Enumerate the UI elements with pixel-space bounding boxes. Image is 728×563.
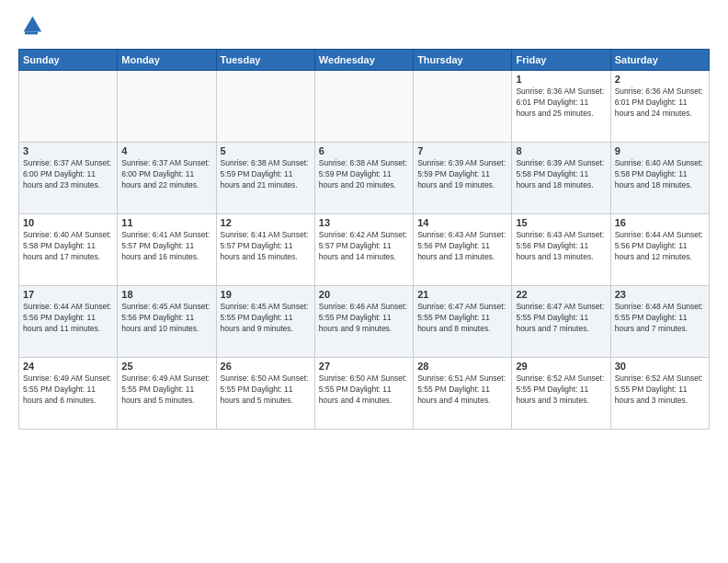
day-info: Sunrise: 6:52 AM Sunset: 5:55 PM Dayligh… bbox=[516, 373, 606, 407]
calendar-cell: 3Sunrise: 6:37 AM Sunset: 6:00 PM Daylig… bbox=[19, 143, 118, 214]
calendar-cell: 17Sunrise: 6:44 AM Sunset: 5:56 PM Dayli… bbox=[19, 286, 118, 358]
day-info: Sunrise: 6:36 AM Sunset: 6:01 PM Dayligh… bbox=[615, 86, 705, 120]
day-info: Sunrise: 6:38 AM Sunset: 5:59 PM Dayligh… bbox=[319, 158, 409, 191]
day-number: 29 bbox=[516, 361, 606, 372]
calendar-cell: 22Sunrise: 6:47 AM Sunset: 5:55 PM Dayli… bbox=[512, 286, 610, 358]
calendar-cell: 24Sunrise: 6:49 AM Sunset: 5:55 PM Dayli… bbox=[19, 358, 118, 430]
day-info: Sunrise: 6:38 AM Sunset: 5:59 PM Dayligh… bbox=[221, 158, 311, 191]
calendar-cell: 5Sunrise: 6:38 AM Sunset: 5:59 PM Daylig… bbox=[216, 143, 314, 214]
day-info: Sunrise: 6:49 AM Sunset: 5:55 PM Dayligh… bbox=[23, 373, 113, 407]
day-info: Sunrise: 6:45 AM Sunset: 5:56 PM Dayligh… bbox=[121, 302, 211, 335]
day-info: Sunrise: 6:41 AM Sunset: 5:57 PM Dayligh… bbox=[221, 230, 311, 263]
calendar-cell: 23Sunrise: 6:48 AM Sunset: 5:55 PM Dayli… bbox=[610, 286, 709, 358]
calendar-cell: 18Sunrise: 6:45 AM Sunset: 5:56 PM Dayli… bbox=[118, 286, 216, 358]
calendar-cell: 28Sunrise: 6:51 AM Sunset: 5:55 PM Dayli… bbox=[414, 358, 512, 430]
day-number: 10 bbox=[23, 217, 113, 228]
day-info: Sunrise: 6:48 AM Sunset: 5:55 PM Dayligh… bbox=[615, 302, 705, 335]
calendar-cell bbox=[19, 71, 118, 143]
page: SundayMondayTuesdayWednesdayThursdayFrid… bbox=[0, 0, 728, 563]
col-header-thursday: Thursday bbox=[414, 50, 512, 71]
week-row-4: 24Sunrise: 6:49 AM Sunset: 5:55 PM Dayli… bbox=[19, 358, 710, 430]
day-info: Sunrise: 6:39 AM Sunset: 5:58 PM Dayligh… bbox=[516, 158, 606, 191]
day-number: 27 bbox=[319, 361, 409, 372]
week-row-1: 3Sunrise: 6:37 AM Sunset: 6:00 PM Daylig… bbox=[19, 143, 710, 214]
day-number: 5 bbox=[221, 145, 311, 156]
day-info: Sunrise: 6:47 AM Sunset: 5:55 PM Dayligh… bbox=[417, 302, 507, 335]
calendar-cell: 25Sunrise: 6:49 AM Sunset: 5:55 PM Dayli… bbox=[118, 358, 216, 430]
day-number: 28 bbox=[417, 361, 507, 372]
week-row-0: 1Sunrise: 6:36 AM Sunset: 6:01 PM Daylig… bbox=[19, 71, 710, 143]
calendar-cell bbox=[314, 71, 413, 143]
day-number: 20 bbox=[319, 289, 409, 300]
calendar-cell: 27Sunrise: 6:50 AM Sunset: 5:55 PM Dayli… bbox=[314, 358, 413, 430]
calendar-cell: 1Sunrise: 6:36 AM Sunset: 6:01 PM Daylig… bbox=[512, 71, 610, 143]
calendar-cell: 12Sunrise: 6:41 AM Sunset: 5:57 PM Dayli… bbox=[216, 214, 314, 286]
calendar-cell bbox=[216, 71, 314, 143]
day-info: Sunrise: 6:37 AM Sunset: 6:00 PM Dayligh… bbox=[121, 158, 211, 191]
col-header-friday: Friday bbox=[512, 50, 610, 71]
day-info: Sunrise: 6:43 AM Sunset: 5:56 PM Dayligh… bbox=[417, 230, 507, 263]
day-info: Sunrise: 6:52 AM Sunset: 5:55 PM Dayligh… bbox=[615, 373, 705, 407]
col-header-wednesday: Wednesday bbox=[314, 50, 413, 71]
day-info: Sunrise: 6:40 AM Sunset: 5:58 PM Dayligh… bbox=[615, 158, 705, 191]
day-number: 18 bbox=[121, 289, 211, 300]
calendar-cell: 8Sunrise: 6:39 AM Sunset: 5:58 PM Daylig… bbox=[512, 143, 610, 214]
day-number: 11 bbox=[121, 217, 211, 228]
calendar-cell: 30Sunrise: 6:52 AM Sunset: 5:55 PM Dayli… bbox=[610, 358, 709, 430]
col-header-tuesday: Tuesday bbox=[216, 50, 314, 71]
day-info: Sunrise: 6:45 AM Sunset: 5:55 PM Dayligh… bbox=[221, 302, 311, 335]
day-info: Sunrise: 6:44 AM Sunset: 5:56 PM Dayligh… bbox=[615, 230, 705, 263]
day-number: 21 bbox=[417, 289, 507, 300]
day-info: Sunrise: 6:40 AM Sunset: 5:58 PM Dayligh… bbox=[23, 230, 113, 263]
calendar-cell: 7Sunrise: 6:39 AM Sunset: 5:59 PM Daylig… bbox=[414, 143, 512, 214]
day-number: 14 bbox=[417, 217, 507, 228]
day-number: 7 bbox=[417, 145, 507, 156]
calendar-cell: 21Sunrise: 6:47 AM Sunset: 5:55 PM Dayli… bbox=[414, 286, 512, 358]
week-row-3: 17Sunrise: 6:44 AM Sunset: 5:56 PM Dayli… bbox=[19, 286, 710, 358]
day-info: Sunrise: 6:41 AM Sunset: 5:57 PM Dayligh… bbox=[121, 230, 211, 263]
calendar-cell bbox=[414, 71, 512, 143]
day-number: 15 bbox=[516, 217, 606, 228]
col-header-monday: Monday bbox=[118, 50, 216, 71]
day-number: 22 bbox=[516, 289, 606, 300]
header bbox=[18, 14, 710, 40]
day-info: Sunrise: 6:50 AM Sunset: 5:55 PM Dayligh… bbox=[221, 373, 311, 407]
calendar-cell: 29Sunrise: 6:52 AM Sunset: 5:55 PM Dayli… bbox=[512, 358, 610, 430]
logo bbox=[18, 14, 48, 40]
header-row: SundayMondayTuesdayWednesdayThursdayFrid… bbox=[19, 50, 710, 71]
day-info: Sunrise: 6:36 AM Sunset: 6:01 PM Dayligh… bbox=[516, 86, 606, 120]
day-number: 26 bbox=[221, 361, 311, 372]
calendar-cell: 20Sunrise: 6:46 AM Sunset: 5:55 PM Dayli… bbox=[314, 286, 413, 358]
calendar-cell: 4Sunrise: 6:37 AM Sunset: 6:00 PM Daylig… bbox=[118, 143, 216, 214]
day-info: Sunrise: 6:49 AM Sunset: 5:55 PM Dayligh… bbox=[121, 373, 211, 407]
calendar-cell: 2Sunrise: 6:36 AM Sunset: 6:01 PM Daylig… bbox=[610, 71, 709, 143]
day-info: Sunrise: 6:42 AM Sunset: 5:57 PM Dayligh… bbox=[319, 230, 409, 263]
calendar-cell: 15Sunrise: 6:43 AM Sunset: 5:56 PM Dayli… bbox=[512, 214, 610, 286]
day-number: 4 bbox=[121, 145, 211, 156]
week-row-2: 10Sunrise: 6:40 AM Sunset: 5:58 PM Dayli… bbox=[19, 214, 710, 286]
day-info: Sunrise: 6:51 AM Sunset: 5:55 PM Dayligh… bbox=[417, 373, 507, 407]
day-number: 25 bbox=[121, 361, 211, 372]
logo-icon bbox=[18, 14, 44, 40]
calendar-cell: 6Sunrise: 6:38 AM Sunset: 5:59 PM Daylig… bbox=[314, 143, 413, 214]
calendar-cell: 26Sunrise: 6:50 AM Sunset: 5:55 PM Dayli… bbox=[216, 358, 314, 430]
day-number: 2 bbox=[615, 74, 705, 85]
day-info: Sunrise: 6:44 AM Sunset: 5:56 PM Dayligh… bbox=[23, 302, 113, 335]
day-number: 13 bbox=[319, 217, 409, 228]
calendar-cell: 14Sunrise: 6:43 AM Sunset: 5:56 PM Dayli… bbox=[414, 214, 512, 286]
svg-marker-0 bbox=[24, 17, 42, 32]
calendar-cell: 16Sunrise: 6:44 AM Sunset: 5:56 PM Dayli… bbox=[610, 214, 709, 286]
day-info: Sunrise: 6:50 AM Sunset: 5:55 PM Dayligh… bbox=[319, 373, 409, 407]
day-number: 3 bbox=[23, 145, 113, 156]
day-info: Sunrise: 6:47 AM Sunset: 5:55 PM Dayligh… bbox=[516, 302, 606, 335]
calendar-cell: 10Sunrise: 6:40 AM Sunset: 5:58 PM Dayli… bbox=[19, 214, 118, 286]
day-info: Sunrise: 6:39 AM Sunset: 5:59 PM Dayligh… bbox=[417, 158, 507, 191]
calendar-cell: 19Sunrise: 6:45 AM Sunset: 5:55 PM Dayli… bbox=[216, 286, 314, 358]
day-number: 23 bbox=[615, 289, 705, 300]
day-number: 19 bbox=[221, 289, 311, 300]
calendar-cell bbox=[118, 71, 216, 143]
calendar-cell: 9Sunrise: 6:40 AM Sunset: 5:58 PM Daylig… bbox=[610, 143, 709, 214]
day-info: Sunrise: 6:46 AM Sunset: 5:55 PM Dayligh… bbox=[319, 302, 409, 335]
svg-rect-1 bbox=[25, 32, 38, 35]
day-info: Sunrise: 6:43 AM Sunset: 5:56 PM Dayligh… bbox=[516, 230, 606, 263]
